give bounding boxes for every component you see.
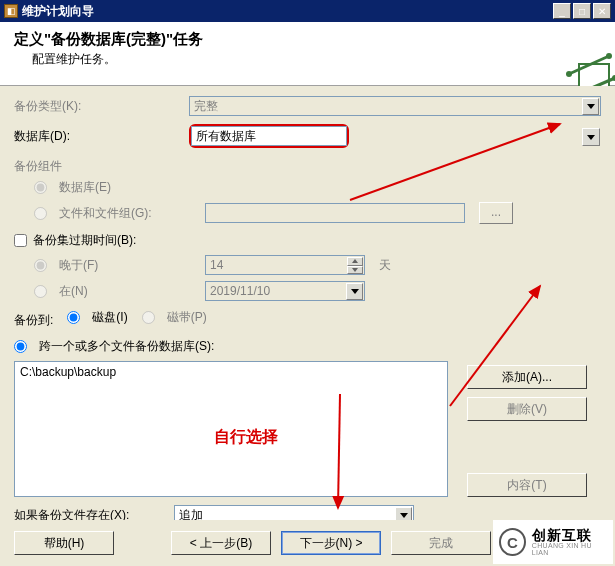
- expire-on-label: 在(N): [59, 283, 199, 300]
- svg-point-3: [566, 71, 572, 77]
- component-filegroup-radio: [34, 207, 47, 220]
- next-button[interactable]: 下一步(N) >: [281, 531, 381, 555]
- finish-button: 完成: [391, 531, 491, 555]
- component-filegroup-label: 文件和文件组(G):: [59, 205, 199, 222]
- backup-type-select: 完整: [189, 96, 601, 116]
- backup-type-label: 备份类型(K):: [14, 98, 189, 115]
- backup-to-disk-label: 磁盘(I): [92, 309, 127, 326]
- database-select-highlight: 所有数据库: [189, 124, 349, 148]
- expire-checkbox[interactable]: [14, 234, 27, 247]
- database-select[interactable]: 所有数据库: [191, 126, 347, 146]
- app-icon: ◧: [4, 4, 18, 18]
- component-database-label: 数据库(E): [59, 179, 111, 196]
- annotation-self-select: 自行选择: [214, 427, 278, 448]
- dropdown-icon: [582, 98, 599, 115]
- logo-mark-icon: C: [499, 528, 526, 556]
- window-title: 维护计划向导: [22, 3, 553, 20]
- wizard-header: 定义"备份数据库(完整)"任务 配置维护任务。: [0, 22, 615, 86]
- logo-text-en: CHUANG XIN HU LIAN: [532, 542, 607, 556]
- backup-to-disk-radio[interactable]: [67, 311, 80, 324]
- expire-on-radio: [34, 285, 47, 298]
- minimize-button[interactable]: _: [553, 3, 571, 19]
- backup-to-tape-label: 磁带(P): [167, 309, 207, 326]
- database-dropdown-button[interactable]: [582, 128, 600, 146]
- remove-button: 删除(V): [467, 397, 587, 421]
- across-files-label: 跨一个或多个文件备份数据库(S):: [39, 338, 214, 355]
- back-button[interactable]: < 上一步(B): [171, 531, 271, 555]
- help-button[interactable]: 帮助(H): [14, 531, 114, 555]
- wizard-body: 备份类型(K): 完整 数据库(D): 所有数据库 备份组件 数据库(E) 文件…: [0, 86, 615, 566]
- close-button[interactable]: ✕: [593, 3, 611, 19]
- contents-button: 内容(T): [467, 473, 587, 497]
- expire-after-label: 晚于(F): [59, 257, 199, 274]
- logo-text-cn: 创新互联: [532, 528, 607, 542]
- add-button[interactable]: 添加(A)...: [467, 365, 587, 389]
- filegroup-input: [205, 203, 465, 223]
- filegroup-browse-button: ...: [479, 202, 513, 224]
- expire-date-input: 2019/11/10: [205, 281, 365, 301]
- page-subtitle: 配置维护任务。: [32, 51, 601, 68]
- date-dropdown-icon: [346, 283, 363, 300]
- expire-after-radio: [34, 259, 47, 272]
- spin-icon: [347, 257, 363, 274]
- backup-to-tape-radio: [142, 311, 155, 324]
- watermark-logo: C 创新互联 CHUANG XIN HU LIAN: [493, 520, 613, 564]
- expire-days-input: 14: [205, 255, 365, 275]
- across-files-radio[interactable]: [14, 340, 27, 353]
- component-database-radio: [34, 181, 47, 194]
- days-unit-label: 天: [379, 257, 391, 274]
- maximize-button[interactable]: □: [573, 3, 591, 19]
- page-title: 定义"备份数据库(完整)"任务: [14, 30, 601, 49]
- svg-point-4: [606, 53, 612, 59]
- backup-component-label: 备份组件: [14, 158, 601, 175]
- titlebar: ◧ 维护计划向导 _ □ ✕: [0, 0, 615, 22]
- expire-label: 备份集过期时间(B):: [33, 232, 136, 249]
- databases-label: 数据库(D):: [14, 128, 189, 145]
- list-item[interactable]: C:\backup\backup: [20, 365, 442, 379]
- backup-to-label: 备份到:: [14, 312, 53, 329]
